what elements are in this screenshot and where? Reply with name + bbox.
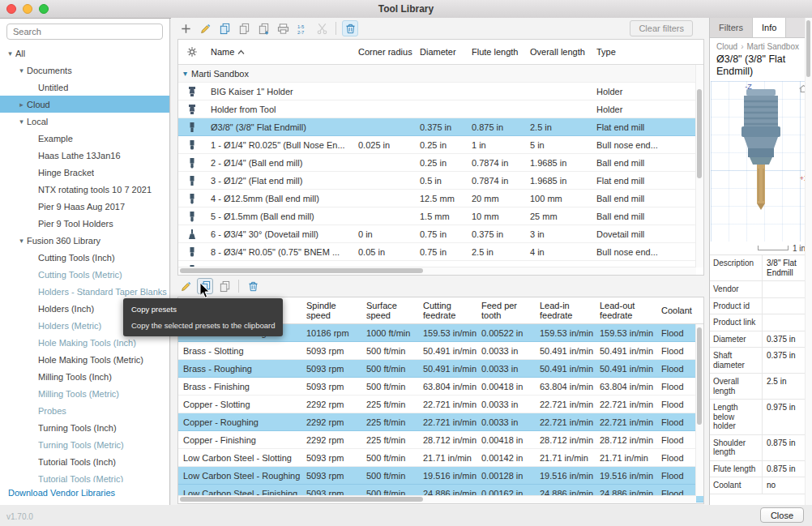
- scrollbar-thumb[interactable]: [806, 20, 810, 77]
- column-settings-gear-icon[interactable]: [186, 46, 198, 58]
- tool-row-3-1-2-flat-end-mill[interactable]: 3 - Ø1/2" (Flat end mill)0.5 in0.7874 in…: [178, 172, 703, 190]
- tool-group-row[interactable]: ▾Marti Sandbox: [178, 65, 703, 83]
- tools-column-name[interactable]: Name: [206, 40, 353, 64]
- chevron-down-icon[interactable]: ▾: [5, 49, 15, 58]
- download-vendor-libraries-link[interactable]: Download Vendor Libraries: [0, 482, 169, 505]
- tool-overall-length: 5 in: [525, 136, 592, 153]
- chevron-down-icon[interactable]: ▾: [16, 237, 27, 245]
- tools-column-corner-radius[interactable]: Corner radius: [353, 40, 415, 64]
- close-button[interactable]: Close: [760, 507, 804, 523]
- tools-horizontal-scrollbar[interactable]: [178, 267, 696, 275]
- scrollbar-thumb[interactable]: [697, 89, 702, 178]
- preset-row-brass-roughing[interactable]: Brass - Roughing5093 rpm500 ft/min50.491…: [178, 360, 703, 378]
- renumber-icon[interactable]: 1-52-7: [294, 20, 310, 36]
- tree-item-probes[interactable]: Probes: [0, 402, 169, 419]
- tree-item-all[interactable]: ▾All: [0, 45, 169, 62]
- print-icon[interactable]: [275, 20, 291, 36]
- tree-item-milling-tools-inch[interactable]: Milling Tools (Inch): [0, 368, 169, 385]
- group-collapse-icon[interactable]: ▾: [183, 69, 187, 78]
- info-scrollbar[interactable]: [805, 18, 812, 505]
- preset-row-copper-roughing[interactable]: Copper - Roughing2292 rpm225 ft/min22.72…: [178, 413, 703, 431]
- tree-item-untitled[interactable]: Untitled: [0, 79, 169, 96]
- tools-column-type[interactable]: Type: [592, 40, 703, 64]
- tree-item-hinge-bracket[interactable]: Hinge Bracket: [0, 164, 169, 181]
- tree-item-example[interactable]: Example: [0, 130, 169, 147]
- search-input[interactable]: [6, 24, 163, 40]
- tools-column-overall-length[interactable]: Overall length: [525, 40, 592, 64]
- edit-icon[interactable]: [177, 278, 194, 294]
- tool-row-1-1-4-r0-025-bull-nose-en[interactable]: 1 - Ø1/4" R0.025" (Bull Nose En...0.025 …: [178, 136, 703, 154]
- copy-icon[interactable]: [197, 278, 213, 294]
- tool-row-big-kaiser-1-holder[interactable]: BIG Kaiser 1" HolderHolder: [178, 83, 703, 100]
- tool-row-2-1-4-ball-end-mill[interactable]: 2 - Ø1/4" (Ball end mill)0.25 in0.7874 i…: [178, 154, 703, 172]
- preset-row-low-carbon-steel-roughing[interactable]: Low Carbon Steel - Roughing5093 rpm500 f…: [178, 467, 703, 485]
- tree-item-hole-making-tools-metric[interactable]: Hole Making Tools (Metric): [0, 351, 169, 368]
- add-icon[interactable]: [177, 20, 194, 36]
- tree-item-pier-9-tool-holders[interactable]: Pier 9 Tool Holders: [0, 215, 169, 232]
- preset-column-spindle-speed[interactable]: Spindle speed: [301, 297, 361, 323]
- preset-column-coolant[interactable]: Coolant: [656, 297, 703, 323]
- tool-row-8-3-4-r0-05-0-75-bnem[interactable]: 8 - Ø3/4" R0.05" (0.75" BNEM ...0.05 in0…: [178, 243, 703, 261]
- preset-row-low-carbon-steel-slotting[interactable]: Low Carbon Steel - Slotting5093 rpm500 f…: [178, 449, 703, 467]
- tool-row-6-3-4-30-dovetail-mill[interactable]: 6 - Ø3/4" 30° (Dovetail mill)0 in0.75 in…: [178, 225, 703, 243]
- clear-filters-button[interactable]: Clear filters: [630, 20, 693, 36]
- tree-item-local[interactable]: ▾Local: [0, 113, 169, 130]
- preset-column-feed-per-tooth[interactable]: Feed per tooth: [477, 297, 535, 323]
- tree-item-turning-tools-inch[interactable]: Turning Tools (Inch): [0, 419, 169, 436]
- tree-item-ntx-rotating-tools-10-7-2021[interactable]: NTX rotating tools 10 7 2021: [0, 181, 169, 198]
- tool-3d-viewport[interactable]: -Z +X: [711, 81, 811, 242]
- paste-icon[interactable]: [216, 278, 233, 294]
- tree-item-cloud[interactable]: ▸Cloud: [0, 96, 169, 113]
- tools-vertical-scrollbar[interactable]: [695, 65, 703, 267]
- tree-item-documents[interactable]: ▾Documents: [0, 62, 169, 79]
- tree-item-milling-tools-metric[interactable]: Milling Tools (Metric): [0, 385, 169, 402]
- presets-vertical-scrollbar[interactable]: [695, 324, 703, 496]
- zoom-window-button[interactable]: [39, 4, 49, 14]
- preset-row-brass-finishing[interactable]: Brass - Finishing5093 rpm500 ft/min63.80…: [178, 378, 703, 396]
- preset-row-brass-slotting[interactable]: Brass - Slotting5093 rpm500 ft/min50.491…: [178, 342, 703, 360]
- tree-item-fusion-360-library[interactable]: ▾Fusion 360 Library: [0, 232, 169, 249]
- tree-item-tutorial-tools-inch[interactable]: Tutorial Tools (Inch): [0, 453, 169, 470]
- preset-row-copper-slotting[interactable]: Copper - Slotting2292 rpm225 ft/min22.72…: [178, 396, 703, 413]
- tree-item-haas-lathe-13jan16[interactable]: Haas Lathe 13Jan16: [0, 147, 169, 164]
- tool-row-3-8-3-8-flat-endmill[interactable]: Ø3/8" (3/8" Flat Endmill)0.375 in0.875 i…: [178, 118, 703, 136]
- paste-icon[interactable]: [236, 20, 252, 36]
- tool-row-5-1-5mm-ball-end-mill[interactable]: 5 - Ø1.5mm (Ball end mill)1.5 mm10 mm25 …: [178, 207, 703, 225]
- presets-horizontal-scrollbar[interactable]: [178, 495, 696, 503]
- copy-icon[interactable]: [216, 20, 233, 36]
- tool-row-4-12-5mm-ball-end-mill[interactable]: 4 - Ø12.5mm (Ball end mill)12.5 mm20 mm1…: [178, 190, 703, 207]
- minimize-window-button[interactable]: [23, 4, 32, 14]
- scrollbar-thumb[interactable]: [697, 327, 702, 425]
- tree-item-tutorial-tools-metric[interactable]: Tutorial Tools (Metric): [0, 470, 169, 482]
- chevron-right-icon[interactable]: ▸: [16, 100, 27, 109]
- tool-overall-length: 1.9685 in: [525, 172, 592, 189]
- preset-column-surface-speed[interactable]: Surface speed: [361, 297, 418, 323]
- tab-info[interactable]: Info: [753, 18, 786, 37]
- tree-item-pier-9-haas-aug-2017[interactable]: Pier 9 Haas Aug 2017: [0, 198, 169, 215]
- preset-column-cutting-feedrate[interactable]: Cutting feedrate: [418, 297, 477, 323]
- scrollbar-thumb[interactable]: [180, 497, 423, 502]
- tool-row-holder-from-tool[interactable]: Holder from ToolHolder: [178, 100, 703, 118]
- chevron-down-icon[interactable]: ▾: [16, 66, 27, 75]
- scrollbar-thumb[interactable]: [180, 268, 423, 273]
- tree-item-turning-tools-metric[interactable]: Turning Tools (Metric): [0, 436, 169, 453]
- tree-item-cutting-tools-metric[interactable]: Cutting Tools (Metric): [0, 266, 169, 283]
- tab-filters[interactable]: Filters: [710, 18, 753, 37]
- delete-icon[interactable]: [245, 278, 261, 294]
- tree-item-holders-standard-taper-blanks[interactable]: Holders - Standard Taper Blanks: [0, 283, 169, 300]
- breadcrumb-cloud[interactable]: Cloud: [716, 42, 737, 51]
- preset-column-lead-out-feedrate[interactable]: Lead-out feedrate: [595, 297, 656, 323]
- cut-icon[interactable]: [314, 20, 330, 36]
- close-window-button[interactable]: [6, 4, 16, 14]
- preset-row-copper-finishing[interactable]: Copper - Finishing2292 rpm225 ft/min28.7…: [178, 431, 703, 449]
- delete-icon[interactable]: [342, 20, 358, 36]
- tools-column-flute-length[interactable]: Flute length: [467, 40, 525, 64]
- edit-icon[interactable]: [197, 20, 213, 36]
- tools-column-diameter[interactable]: Diameter: [415, 40, 467, 64]
- tree-item-hole-making-tools-inch[interactable]: Hole Making Tools (Inch): [0, 334, 169, 351]
- preset-column-lead-in-feedrate[interactable]: Lead-in feedrate: [535, 297, 595, 323]
- duplicate-icon[interactable]: [255, 20, 271, 36]
- preset-surface-speed: 500 ft/min: [361, 449, 418, 466]
- chevron-down-icon[interactable]: ▾: [16, 118, 27, 126]
- tree-item-cutting-tools-inch[interactable]: Cutting Tools (Inch): [0, 249, 169, 266]
